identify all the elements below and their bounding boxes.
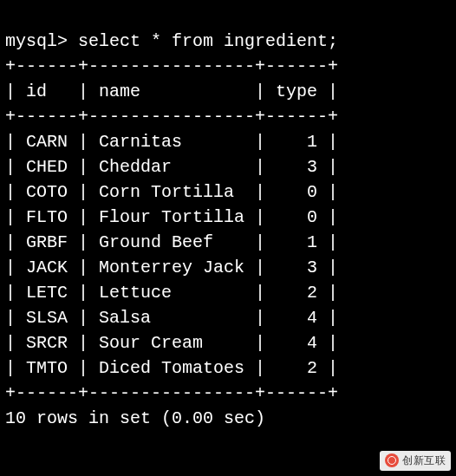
logo-icon	[385, 453, 399, 467]
table-header: | id | name | type |	[5, 82, 338, 101]
table-border: +------+----------------+------+	[5, 107, 338, 127]
table-body: | CARN | Carnitas | 1 | | CHED | Cheddar…	[5, 132, 338, 378]
terminal-output: mysql> select * from ingredient; +------…	[5, 3, 451, 431]
table-border: +------+----------------+------+	[5, 383, 338, 403]
mysql-prompt: mysql>	[5, 31, 68, 51]
watermark-text: 创新互联	[402, 453, 446, 468]
status-line: 10 rows in set (0.00 sec)	[5, 408, 265, 428]
sql-query: select * from ingredient;	[78, 31, 338, 51]
table-border: +------+----------------+------+	[5, 56, 338, 76]
watermark-badge: 创新互联	[380, 451, 451, 471]
